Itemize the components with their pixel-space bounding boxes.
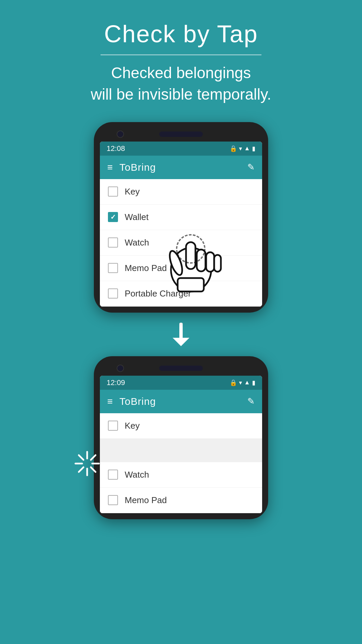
phone2-top-bar — [100, 362, 262, 376]
subtitle-line1: Checked belongings — [111, 64, 251, 82]
phone2-app-title: ToBring — [119, 396, 247, 407]
phone1-time: 12:08 — [107, 144, 125, 153]
phone1-edit-icon[interactable]: ✎ — [247, 162, 255, 172]
checkbox-wallet[interactable] — [108, 212, 118, 222]
phone1-status-icons: 🔒 ▾ ▲ ▮ — [230, 145, 255, 152]
list-item[interactable]: Memo Pad — [100, 488, 262, 513]
phone2-speaker — [159, 366, 203, 371]
phone1-camera — [117, 130, 124, 138]
phone2-status-bar: 12:09 🔒 ▾ ▲ ▮ — [100, 376, 262, 390]
phone2-edit-icon[interactable]: ✎ — [247, 396, 255, 407]
svg-line-16 — [91, 455, 96, 460]
phone2-status-icons: 🔒 ▾ ▲ ▮ — [230, 379, 255, 386]
battery-icon2: ▮ — [252, 379, 255, 386]
svg-rect-4 — [214, 255, 221, 272]
down-arrow — [173, 323, 189, 346]
wifi-icon2: ▾ — [239, 379, 242, 386]
wifi-icon: ▾ — [239, 145, 242, 152]
checkbox-watch2[interactable] — [108, 470, 118, 480]
item-label-watch2: Watch — [125, 470, 149, 480]
item-label-key2: Key — [125, 421, 140, 431]
phone2-time: 12:09 — [107, 378, 125, 387]
svg-line-17 — [79, 467, 83, 472]
phone2-container: 12:09 🔒 ▾ ▲ ▮ ≡ ToBring ✎ Key — [94, 356, 268, 519]
svg-line-15 — [91, 467, 96, 472]
checkbox-key2[interactable] — [108, 421, 118, 431]
phone1-menu-icon[interactable]: ≡ — [107, 163, 113, 172]
list-item[interactable]: Key — [100, 413, 262, 439]
svg-rect-1 — [186, 242, 195, 269]
phone2-menu-icon[interactable]: ≡ — [107, 397, 113, 406]
lock-icon2: 🔒 — [230, 379, 237, 386]
phone1-container: 12:08 🔒 ▾ ▲ ▮ ≡ ToBring ✎ Key — [94, 122, 268, 313]
phone1-app-title: ToBring — [119, 162, 247, 173]
battery-icon: ▮ — [252, 145, 255, 152]
tap-hand-overlay — [159, 226, 223, 294]
header-divider — [101, 54, 261, 55]
phone2-camera — [117, 365, 124, 372]
checkbox-watch[interactable] — [108, 237, 118, 248]
list-item-hidden — [100, 439, 262, 462]
checkbox-memo[interactable] — [108, 263, 118, 273]
svg-rect-6 — [178, 278, 204, 291]
phone1-speaker — [159, 131, 203, 137]
item-label-watch: Watch — [125, 237, 149, 248]
phone1-top-bar — [100, 128, 262, 142]
svg-marker-9 — [173, 338, 189, 346]
item-label-memo2: Memo Pad — [125, 495, 167, 505]
svg-rect-3 — [206, 252, 214, 272]
item-label-wallet: Wallet — [125, 212, 148, 222]
phone2-screen: 12:09 🔒 ▾ ▲ ▮ ≡ ToBring ✎ Key — [100, 376, 262, 513]
svg-line-14 — [79, 455, 83, 460]
phone2-app-bar: ≡ ToBring ✎ — [100, 390, 262, 413]
header-subtitle: Checked belongings will be invisible tem… — [64, 62, 298, 105]
phone2-shell: 12:09 🔒 ▾ ▲ ▮ ≡ ToBring ✎ Key — [94, 356, 268, 519]
checkbox-charger[interactable] — [108, 288, 118, 299]
svg-rect-8 — [179, 323, 183, 339]
list-item[interactable]: Watch — [100, 462, 262, 488]
sparkle-icon — [74, 450, 101, 478]
list-item[interactable]: Key — [100, 179, 262, 205]
page-title: Check by Tap — [104, 20, 258, 48]
phone1-status-bar: 12:08 🔒 ▾ ▲ ▮ — [100, 142, 262, 156]
signal-icon2: ▲ — [244, 379, 250, 386]
subtitle-line2: will be invisible temporally. — [91, 86, 272, 103]
checkbox-memo2[interactable] — [108, 495, 118, 505]
lock-icon: 🔒 — [230, 145, 237, 152]
item-label-key: Key — [125, 186, 140, 197]
checkbox-key[interactable] — [108, 186, 118, 197]
signal-icon: ▲ — [244, 145, 250, 152]
phone1-app-bar: ≡ ToBring ✎ — [100, 156, 262, 179]
